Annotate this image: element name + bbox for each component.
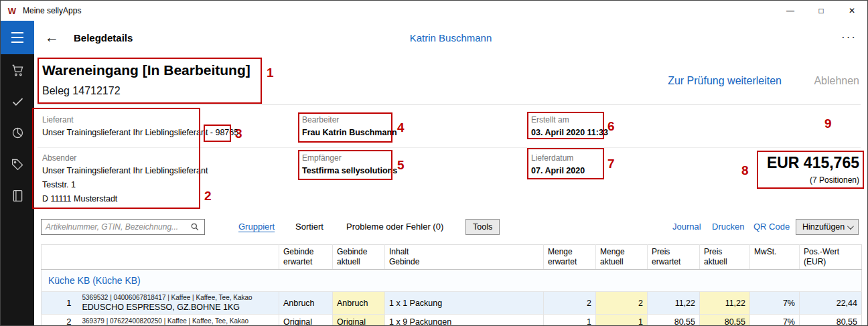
sidebar-item-orders[interactable] <box>1 54 34 86</box>
preis-aktuell-cell[interactable]: 80,55 <box>700 315 750 326</box>
absender-line1: Unser Trainingslieferant Ihr Lieblingsli… <box>42 166 208 175</box>
sidebar-item-journal[interactable] <box>1 180 34 212</box>
annotation-number-8: 8 <box>741 163 749 178</box>
pos-wert-cell: 80,55 <box>800 315 862 326</box>
gebinde-aktuell-cell[interactable]: Original <box>333 315 385 326</box>
lieferdatum-label: Lieferdatum <box>531 153 573 163</box>
col-header-num <box>42 245 78 270</box>
group-header-row: Küche KB (Küche KB) <box>42 270 862 292</box>
forward-for-review-link[interactable]: Zur Prüfung weiterleiten <box>668 75 782 87</box>
tab-probleme-oder-fehler[interactable]: Probleme oder Fehler (0) <box>346 222 443 232</box>
positions-table: Gebinde erwartet Gebinde aktuell Inhalt … <box>41 244 861 326</box>
titlebar: W Meine sellyApps — □ ✕ <box>1 1 867 21</box>
erstellt-am-label: Erstellt am <box>531 115 569 125</box>
annotation-number-6: 6 <box>607 119 615 134</box>
absender-line2: Teststr. 1 <box>42 180 76 189</box>
bearbeiter-value: Frau Katrin Buschmann <box>302 128 397 137</box>
gebinde-aktuell-cell[interactable]: Anbruch <box>333 292 385 315</box>
col-header-mwst: MwSt. <box>750 245 800 270</box>
close-button[interactable]: ✕ <box>837 1 867 21</box>
sidebar-item-tasks[interactable] <box>1 86 34 117</box>
tab-sortiert[interactable]: Sortiert <box>295 222 323 232</box>
tools-button[interactable]: Tools <box>465 219 500 235</box>
sidebar-item-statistics[interactable] <box>1 117 34 149</box>
article-meta: 5369532 | 04006067818417 | Kaffee | Kaff… <box>82 294 275 301</box>
app-window: W Meine sellyApps — □ ✕ ← <box>0 0 868 326</box>
window-title: Meine sellyApps <box>23 6 81 15</box>
col-header-gebinde-aktuell: Gebinde aktuell <box>333 245 385 270</box>
absender-line3: D 11111 Musterstadt <box>42 194 117 203</box>
bearbeiter-label: Bearbeiter <box>302 115 339 125</box>
empfaenger-value: Testfirma sellysolutions <box>302 166 397 175</box>
lieferant-label: Lieferant <box>42 115 74 125</box>
empfaenger-label: Empfänger <box>302 153 342 163</box>
journal-link[interactable]: Journal <box>672 222 701 232</box>
absender-label: Absender <box>42 153 76 163</box>
drucken-link[interactable]: Drucken <box>712 222 744 232</box>
tag-icon <box>11 157 25 171</box>
gebinde-erwartet-cell: Anbruch <box>279 292 333 315</box>
menge-aktuell-cell[interactable]: 1 <box>596 315 648 326</box>
row-number: 2 <box>42 315 78 326</box>
pie-chart-icon <box>11 126 25 140</box>
article-name: EDUSCHO ESPRESSO, GZ.BOHNE 1KG <box>82 301 275 312</box>
minimize-button[interactable]: — <box>775 1 806 21</box>
annotation-number-2: 2 <box>204 189 212 203</box>
mwst-cell: 7% <box>750 292 800 315</box>
lieferant-number: 98765 <box>215 128 238 137</box>
total-positions: (7 Positionen) <box>810 175 859 185</box>
total-amount: EUR 415,765 <box>767 154 859 172</box>
menge-erwartet-cell: 2 <box>544 292 596 315</box>
search-input[interactable] <box>42 222 188 232</box>
table-header-row: Gebinde erwartet Gebinde aktuell Inhalt … <box>42 245 862 270</box>
qr-code-link[interactable]: QR Code <box>753 222 790 232</box>
preis-aktuell-cell[interactable]: 11,22 <box>700 292 750 315</box>
menu-button[interactable] <box>1 21 34 54</box>
annotation-number-7: 7 <box>607 157 615 171</box>
reject-link[interactable]: Ablehnen <box>814 75 859 87</box>
annotation-number-5: 5 <box>397 158 405 173</box>
sidebar-item-labels[interactable] <box>1 149 34 180</box>
more-button[interactable]: ··· <box>841 31 857 44</box>
check-icon <box>11 94 25 108</box>
preis-erwartet-cell: 80,55 <box>648 315 700 326</box>
annotation-number-1: 1 <box>267 66 274 80</box>
col-header-gebinde-erwartet: Gebinde erwartet <box>279 245 333 270</box>
app-icon: W <box>7 6 17 16</box>
table-row[interactable]: 1 5369532 | 04006067818417 | Kaffee | Ka… <box>42 292 862 315</box>
annotation-number-4: 4 <box>397 120 405 135</box>
col-header-pos-wert: Pos.-Wert (EUR) <box>800 245 862 270</box>
book-icon <box>11 189 25 203</box>
menge-aktuell-cell[interactable]: 2 <box>596 292 648 315</box>
lieferant-value: Unser Trainingslieferant Ihr Lieblingsli… <box>42 128 238 137</box>
preis-erwartet-cell: 11,22 <box>648 292 700 315</box>
article-meta: 369379 | 07622400820250 | Kaffee | Kaffe… <box>82 317 275 325</box>
col-header-menge-erwartet: Menge erwartet <box>544 245 596 270</box>
page-header: ← Belegdetails Katrin Buschmann ··· <box>34 21 867 54</box>
col-header-preis-erwartet: Preis erwartet <box>648 245 700 270</box>
current-user[interactable]: Katrin Buschmann <box>410 32 492 44</box>
gebinde-erwartet-cell: Original <box>279 315 333 326</box>
page-title: Belegdetails <box>74 32 133 44</box>
group-header-label[interactable]: Küche KB (Küche KB) <box>42 270 862 292</box>
search-icon[interactable] <box>188 222 202 232</box>
back-button[interactable]: ← <box>45 29 59 46</box>
col-header-menge-aktuell: Menge aktuell <box>596 245 648 270</box>
col-header-article <box>78 245 279 270</box>
menu-icon <box>11 32 23 33</box>
col-header-inhalt-gebinde: Inhalt Gebinde <box>385 245 544 270</box>
tab-gruppiert[interactable]: Gruppiert <box>238 222 275 232</box>
divider <box>38 104 861 105</box>
table-row[interactable]: 2 369379 | 07622400820250 | Kaffee | Kaf… <box>42 315 862 326</box>
menge-erwartet-cell: 1 <box>544 315 596 326</box>
inhalt-gebinde-cell: 1 x 1 Packung <box>385 292 544 315</box>
hinzufuegen-button[interactable]: Hinzufügen <box>796 219 859 235</box>
article-cell: 369379 | 07622400820250 | Kaffee | Kaffe… <box>78 315 279 326</box>
maximize-button[interactable]: □ <box>806 1 837 21</box>
search-box <box>41 219 205 235</box>
chevron-down-icon <box>847 223 854 230</box>
lieferdatum-value: 07. April 2020 <box>531 166 585 175</box>
document-status-title: Wareneingang [In Bearbeitung] <box>42 62 250 78</box>
inhalt-gebinde-cell: 1 x 9 Packungen <box>385 315 544 326</box>
window-controls: — □ ✕ <box>775 1 867 21</box>
